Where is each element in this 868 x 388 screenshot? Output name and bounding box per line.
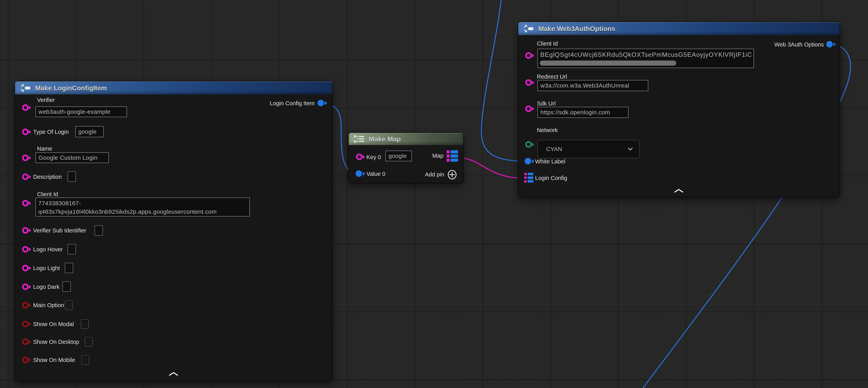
name-pin[interactable] [22, 155, 29, 161]
node-make-web3authoptions[interactable]: Make Web3AuthOptions Web 3Auth Options C… [518, 22, 840, 197]
pin-label-logo-dark: Logo Dark [33, 284, 60, 290]
logo-dark-pin[interactable] [22, 283, 29, 290]
value-0-pin[interactable] [355, 170, 362, 177]
pin-label-network: Network [537, 127, 558, 133]
show-on-modal-pin[interactable] [22, 321, 29, 327]
show-on-desktop-pin[interactable] [22, 338, 29, 345]
pin-label-logo-hover: Logo Hover [33, 246, 63, 253]
description-field[interactable] [68, 172, 76, 182]
login-config-pin[interactable] [524, 173, 533, 183]
make-struct-icon [20, 84, 31, 92]
web3auth-options-output-pin[interactable] [826, 41, 833, 48]
name-value: Google Custom Login [38, 154, 98, 161]
network-selected-value: CYAN [546, 146, 562, 152]
node-make-map[interactable]: Make Map Key 0 google Map Value 0 Add pi… [349, 133, 463, 183]
pin-label-key-0: Key 0 [366, 154, 381, 160]
map-output-pin[interactable] [446, 150, 458, 162]
add-pin-plus-icon [447, 170, 457, 180]
collapse-chevron[interactable] [168, 371, 179, 376]
type-of-login-pin[interactable] [22, 128, 29, 135]
map-output[interactable]: Map [432, 150, 458, 162]
pin-label-value-0: Value 0 [366, 171, 385, 177]
pin-label-white-label: White Label [535, 158, 565, 165]
node-title: Make LoginConfigItem [35, 85, 107, 91]
pin-label-login-config: Login Config [535, 175, 567, 181]
pin-label-redirect-url: Redirect Url [537, 73, 567, 80]
make-struct-icon [523, 24, 534, 33]
client-id-field[interactable]: BEglQSgt4cUWcj6SKRdu5QkOXTsePmMcusG5EAoy… [537, 49, 754, 68]
description-pin[interactable] [22, 174, 29, 180]
pin-label-name: Name [37, 146, 52, 152]
show-on-mobile-pin[interactable] [22, 357, 29, 363]
type-of-login-field[interactable]: google [75, 126, 104, 137]
pin-label-show-on-mobile: Show On Mobile [33, 357, 75, 363]
node-title: Make Map [369, 136, 401, 142]
pin-label-description: Description [33, 174, 62, 180]
pin-label-verifier: Verifier [37, 97, 55, 103]
sdk-url-pin[interactable] [525, 106, 532, 112]
pin-label-show-on-modal: Show On Modal [33, 321, 74, 327]
add-pin-button[interactable]: Add pin [425, 170, 457, 180]
logo-hover-field[interactable] [68, 244, 76, 254]
client-id-pin[interactable] [525, 52, 532, 59]
show-on-mobile-checkbox[interactable] [82, 355, 89, 365]
type-of-login-value: google [78, 128, 97, 135]
redirect-url-pin[interactable] [525, 79, 532, 86]
node-title: Make Web3AuthOptions [538, 25, 615, 32]
name-field[interactable]: Google Custom Login [35, 152, 109, 163]
redirect-url-value: w3a://com.w3a.Web3AuthUnreal [540, 82, 629, 89]
logo-hover-pin[interactable] [22, 246, 29, 252]
pin-label-verifier-sub-identifier: Verifier Sub Identifier [33, 227, 86, 234]
sdk-url-value: https://sdk.openlogin.com [540, 109, 610, 116]
pin-label-client-id: Client Id [537, 40, 558, 47]
main-option-checkbox[interactable] [65, 300, 73, 310]
logo-dark-field[interactable] [62, 281, 71, 292]
key-0-pin[interactable] [356, 154, 363, 160]
show-on-modal-checkbox[interactable] [81, 319, 89, 329]
output-pin-label: Web 3Auth Options [774, 41, 824, 48]
node-header[interactable]: Make Web3AuthOptions [518, 22, 840, 35]
client-id-line2: q463s7kpvja16l4l0kko3nb925ikds2p.apps.go… [38, 207, 247, 216]
login-config-item-output-pin[interactable] [317, 100, 324, 106]
show-on-desktop-checkbox[interactable] [85, 337, 93, 347]
pin-label-show-on-desktop: Show On Desktop [33, 339, 79, 345]
client-id-pin[interactable] [22, 200, 29, 206]
key-0-value: google [389, 153, 407, 159]
pin-label-client-id: Client Id [37, 191, 58, 198]
verifier-pin[interactable] [22, 104, 29, 111]
node-header[interactable]: Make Map [349, 133, 463, 145]
chevron-down-icon [628, 147, 633, 151]
pin-label-type-of-login: Type Of Login [33, 129, 69, 135]
blueprint-canvas[interactable]: { "canvas": { "width": 4404, "height": 1… [0, 0, 868, 388]
pin-label-sdk-url: Sdk Url [537, 100, 556, 107]
verifier-sub-identifier-pin[interactable] [22, 227, 29, 234]
network-pin[interactable] [525, 141, 532, 148]
client-id-field[interactable]: 774338308167- q463s7kpvja16l4l0kko3nb925… [35, 198, 250, 216]
pin-label-main-option: Main Option [33, 302, 64, 308]
white-label-pin[interactable] [525, 158, 531, 165]
pin-label-map: Map [432, 153, 443, 159]
verifier-value: web3auth-google-example [38, 109, 111, 115]
client-id-line1: 774338308167- [38, 199, 247, 207]
collapse-chevron[interactable] [674, 188, 684, 193]
sdk-url-field[interactable]: https://sdk.openlogin.com [537, 107, 628, 118]
client-id-value: BEglQSgt4cUWcj6SKRdu5QkOXTsePmMcusG5EAoy… [540, 50, 751, 59]
verifier-field[interactable]: web3auth-google-example [35, 107, 127, 117]
make-map-icon [353, 135, 365, 143]
logo-light-field[interactable] [65, 263, 73, 273]
main-option-pin[interactable] [22, 302, 29, 308]
pin-label-logo-light: Logo Light [33, 265, 60, 271]
verifier-sub-identifier-field[interactable] [95, 225, 103, 236]
key-0-field[interactable]: google [385, 151, 412, 161]
add-pin-label: Add pin [425, 171, 444, 178]
network-dropdown[interactable]: CYAN [537, 140, 640, 158]
node-header[interactable]: Make LoginConfigItem [15, 82, 332, 94]
client-id-scrollbar[interactable] [540, 61, 676, 66]
logo-light-pin[interactable] [22, 265, 29, 271]
node-make-loginconfigitem[interactable]: Make LoginConfigItem Login Config Item V… [15, 82, 332, 381]
redirect-url-field[interactable]: w3a://com.w3a.Web3AuthUnreal [537, 80, 648, 91]
output-pin-label: Login Config Item [270, 100, 315, 107]
